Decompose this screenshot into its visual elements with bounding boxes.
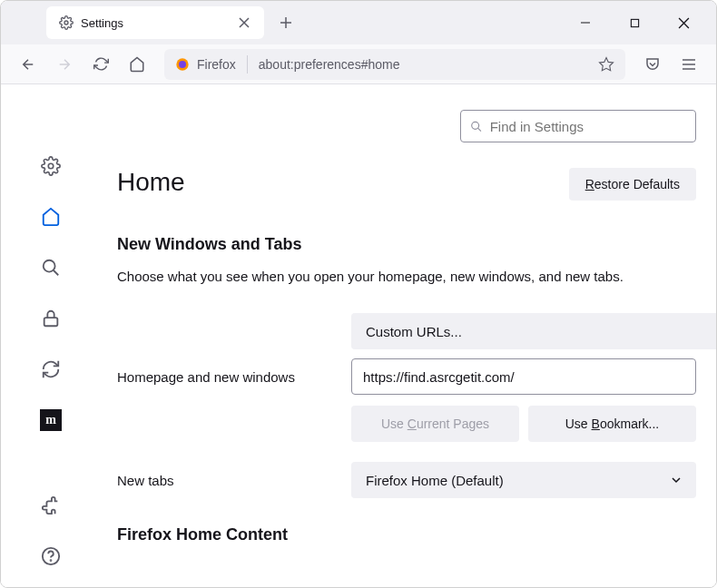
settings-sidebar: m: [1, 84, 101, 588]
section-home-content-title: Firefox Home Content: [117, 525, 696, 544]
content-area: m Home Restore Defaults New Windows and …: [1, 84, 716, 588]
homepage-label: Homepage and new windows: [117, 369, 351, 385]
svg-line-7: [54, 270, 59, 276]
settings-main: Home Restore Defaults New Windows and Ta…: [101, 84, 716, 588]
svg-point-5: [48, 163, 54, 169]
pocket-button[interactable]: [636, 48, 669, 81]
section-windows-tabs-desc: Choose what you see when you open your h…: [117, 267, 696, 286]
svg-point-6: [44, 260, 55, 272]
newtabs-label: New tabs: [117, 473, 351, 488]
page-title: Home: [117, 168, 185, 197]
svg-point-11: [472, 122, 479, 129]
window-close-button[interactable]: [665, 8, 702, 37]
sidebar-item-more[interactable]: m: [34, 404, 67, 436]
back-button[interactable]: [12, 48, 44, 81]
use-bookmark-button[interactable]: Use Bookmark...: [528, 406, 696, 442]
url-bar[interactable]: Firefox about:preferences#home: [164, 49, 625, 80]
new-tab-button[interactable]: [271, 8, 300, 37]
svg-point-10: [51, 560, 52, 561]
sidebar-item-general[interactable]: [34, 150, 67, 182]
svg-marker-4: [600, 57, 614, 70]
urlbar-host: Firefox: [197, 57, 236, 72]
tab-title: Settings: [81, 16, 230, 30]
bookmark-star-icon[interactable]: [598, 56, 614, 73]
restore-defaults-button[interactable]: Restore Defaults: [569, 168, 696, 201]
reload-button[interactable]: [84, 48, 117, 81]
svg-point-3: [179, 61, 186, 68]
window-controls: [567, 8, 709, 37]
search-input[interactable]: [490, 119, 686, 134]
browser-tab[interactable]: Settings: [46, 6, 264, 39]
maximize-button[interactable]: [616, 8, 653, 37]
use-current-pages-button[interactable]: Use Current Pages: [351, 406, 519, 442]
sidebar-item-help[interactable]: [34, 540, 67, 573]
section-windows-tabs-title: New Windows and Tabs: [117, 235, 696, 254]
settings-search[interactable]: [460, 110, 696, 142]
homepage-url-input[interactable]: [351, 358, 696, 395]
svg-line-12: [478, 128, 481, 131]
gear-icon: [59, 15, 74, 30]
minimize-button[interactable]: [567, 8, 604, 37]
sidebar-item-search[interactable]: [34, 251, 67, 284]
home-button[interactable]: [121, 48, 153, 81]
m-icon: m: [40, 409, 62, 431]
urlbar-separator: [247, 55, 248, 74]
svg-point-0: [64, 21, 68, 24]
sidebar-item-home[interactable]: [34, 201, 67, 233]
sidebar-item-privacy[interactable]: [34, 302, 67, 335]
browser-toolbar: Firefox about:preferences#home: [1, 44, 716, 84]
newtabs-value: Firefox Home (Default): [366, 473, 504, 488]
app-menu-button[interactable]: [673, 48, 705, 81]
homepage-mode-select[interactable]: Custom URLs...: [351, 313, 717, 349]
chevron-down-icon: [671, 475, 682, 485]
forward-button[interactable]: [48, 48, 81, 81]
search-icon: [470, 120, 483, 133]
urlbar-path: about:preferences#home: [259, 57, 400, 72]
sidebar-item-sync[interactable]: [34, 353, 67, 386]
newtabs-select[interactable]: Firefox Home (Default): [351, 462, 696, 498]
svg-rect-8: [44, 318, 58, 326]
close-icon[interactable]: [237, 15, 251, 30]
homepage-mode-value: Custom URLs...: [366, 324, 462, 339]
firefox-icon: [175, 57, 190, 72]
sidebar-item-extensions[interactable]: [34, 489, 67, 522]
svg-rect-1: [631, 19, 638, 26]
window-titlebar: Settings: [1, 1, 716, 44]
